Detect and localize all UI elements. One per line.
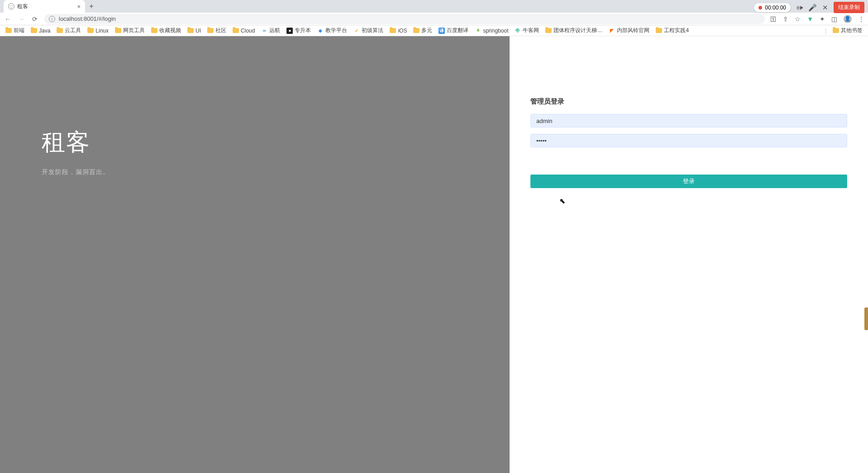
bookmark-item[interactable]: ✓初级算法 [353,27,383,34]
bookmark-label: springboot [483,28,508,34]
password-input[interactable] [530,134,847,147]
back-icon[interactable]: ← [4,15,12,23]
addressbar-right: ⚿ ⇪ ☆ ▼ ✦ ◫ 👤 ⋮ [770,15,864,23]
folder-icon [151,28,157,33]
folder-icon [207,28,214,33]
bookmark-label: 网页工具 [123,27,145,34]
bookmark-label: 百度翻译 [447,27,468,34]
bookmark-label: Linux [95,28,109,34]
bookmark-label: 云工具 [65,27,81,34]
bookmark-item[interactable]: 社区 [207,27,226,34]
close-icon[interactable]: × [77,3,81,10]
bookmark-item[interactable]: UI [187,28,201,34]
bookmark-favicon-icon: ✓ [353,28,360,34]
bookmark-item[interactable]: ∞远航 [261,27,280,34]
bookmark-item[interactable]: 云工具 [57,27,81,34]
extensions-icon[interactable]: ✦ [820,15,825,23]
bookmark-item[interactable]: ◆教学平台 [317,27,347,34]
folder-icon [656,28,662,33]
bookmark-label: 团体程序设计天梯… [553,27,602,34]
folder-icon [57,28,63,33]
browser-tab[interactable]: ◌ 租客 × [4,0,85,13]
bookmark-divider: | [825,28,826,34]
bookmark-item[interactable]: ⚘springboot [475,28,508,34]
bookmark-label: 内部风铃官网 [617,27,649,34]
bookmark-item[interactable]: 收藏视频 [151,27,181,34]
screen-recorder-bar: 00:00:00 🕪 🎤 ✕ 结束录制 [754,2,864,13]
folder-icon [390,28,396,33]
folder-icon [87,28,94,33]
folder-icon [115,28,121,33]
bookmark-item[interactable]: Java [31,28,50,34]
folder-icon [187,28,194,33]
bookmark-item[interactable]: Linux [87,28,109,34]
site-info-icon[interactable]: i [49,16,55,22]
folder-icon [413,28,420,33]
mouse-cursor-icon: ⬉ [559,197,565,205]
username-input[interactable] [530,114,847,128]
login-button[interactable]: 登录 [530,175,847,188]
menu-icon[interactable]: ⋮ [858,15,864,23]
volume-icon[interactable]: 🕪 [796,4,803,11]
folder-icon [545,28,552,33]
bookmark-label: 其他书签 [841,27,863,34]
bookmark-item[interactable]: 工程实践4 [656,27,689,34]
tab-title: 租客 [17,3,74,10]
bookmark-label: 工程实践4 [664,27,689,34]
recorder-time: 00:00:00 [765,5,786,11]
forward-icon[interactable]: → [17,15,25,23]
hero-title: 租客 [42,127,110,158]
bookmark-label: 教学平台 [325,27,347,34]
side-handle[interactable] [864,307,868,330]
bookmark-favicon-icon: ∞ [261,28,267,34]
bookmark-item[interactable]: 其他书签 [833,27,863,34]
new-tab-button[interactable]: + [85,0,98,13]
url-text: localhost:8001/#/login [59,15,116,22]
star-icon[interactable]: ☆ [795,15,801,23]
bookmark-label: Java [39,28,50,34]
bookmark-item[interactable]: ◤内部风铃官网 [609,27,649,34]
bookmark-favicon-icon: 牛 [515,28,521,34]
recorder-timer: 00:00:00 [754,3,791,12]
recorder-close-icon[interactable]: ✕ [822,4,828,12]
bookmark-item[interactable]: 团体程序设计天梯… [545,27,602,34]
bookmark-item[interactable]: 网页工具 [115,27,145,34]
bookmarks-bar: 前端Java云工具Linux网页工具收藏视频UI社区Cloud∞远航●专升本◆教… [0,25,868,36]
reload-icon[interactable]: ⟳ [31,15,39,23]
mic-icon[interactable]: 🎤 [808,4,817,12]
bookmark-item[interactable]: 译百度翻译 [439,27,468,34]
bookmark-favicon-icon: ⚘ [475,28,481,34]
record-dot-icon [758,6,762,9]
login-panel: 管理员登录 登录 ⬉ [510,36,868,473]
share-icon[interactable]: ⇪ [783,15,788,23]
browser-addressbar: ← → ⟳ i localhost:8001/#/login ⚿ ⇪ ☆ ▼ ✦… [0,13,868,25]
bookmark-label: 收藏视频 [159,27,181,34]
bookmark-item[interactable]: ●专升本 [286,27,311,34]
folder-icon [5,28,12,33]
folder-icon [31,28,37,33]
profile-avatar-icon[interactable]: 👤 [844,15,852,23]
url-field[interactable]: i localhost:8001/#/login [44,14,765,24]
password-key-icon[interactable]: ⚿ [770,15,777,23]
bookmark-item[interactable]: 牛牛客网 [515,27,539,34]
bookmark-item[interactable]: 多元 [413,27,432,34]
hero-panel: 租客 开发阶段，漏洞百出。 [0,36,510,473]
login-heading: 管理员登录 [530,97,847,106]
bookmark-item[interactable]: 前端 [5,27,24,34]
bookmark-label: Cloud [241,28,255,34]
vue-devtools-icon[interactable]: ▼ [807,15,813,23]
hero-subtitle: 开发阶段，漏洞百出。 [42,168,110,176]
bookmark-label: 专升本 [295,27,311,34]
bookmark-label: 社区 [215,27,226,34]
bookmark-item[interactable]: Cloud [233,28,255,34]
bookmark-item[interactable]: iOS [390,28,407,34]
bookmark-label: 初级算法 [362,27,383,34]
bookmark-favicon-icon: ● [286,28,293,34]
bookmark-label: 牛客网 [523,27,539,34]
bookmark-favicon-icon: ◆ [317,28,324,34]
page-content: 租客 开发阶段，漏洞百出。 管理员登录 登录 ⬉ [0,36,868,473]
sidepanel-icon[interactable]: ◫ [831,15,837,23]
bookmark-label: UI [196,28,201,34]
bookmark-label: 多元 [421,27,432,34]
end-recording-button[interactable]: 结束录制 [834,2,864,13]
